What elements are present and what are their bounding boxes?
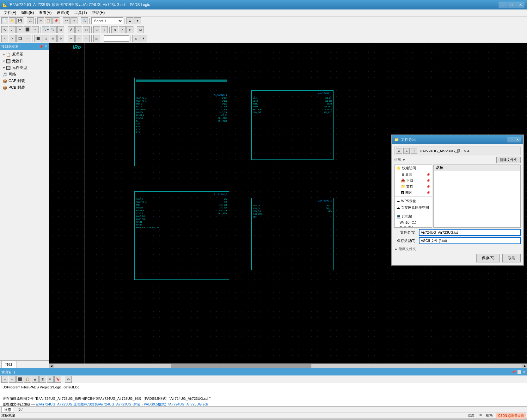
out-bookmark-btn[interactable]: 🔖	[54, 376, 61, 383]
close-button[interactable]: ✕	[516, 2, 524, 8]
sidebar-documents[interactable]: 📁 文档 📌	[395, 183, 432, 189]
zoom-out-button[interactable]: 🔍-	[50, 26, 57, 33]
zoom-in-button[interactable]: 🔍+	[42, 26, 49, 33]
t3-arrow-down[interactable]: ▼	[140, 35, 147, 42]
dialog-back-btn[interactable]: «	[396, 148, 402, 154]
hscroll-thumb[interactable]	[171, 364, 311, 368]
text-input[interactable]	[104, 35, 129, 42]
component-button[interactable]: ⬛	[24, 26, 31, 33]
minimize-button[interactable]: —	[499, 2, 507, 8]
sidebar-downloads[interactable]: 📥 下载 📌	[395, 177, 432, 183]
out-extra-btn[interactable]: ⚙	[65, 376, 72, 383]
cut-button[interactable]: ✂	[37, 17, 44, 24]
zoom-fit-button[interactable]: ⊡	[57, 26, 64, 33]
nav-down-button[interactable]: ▼	[134, 17, 141, 24]
dialog-save-button[interactable]: 保存(S)	[476, 254, 500, 262]
out-clear-btn[interactable]: 🗑	[39, 376, 46, 383]
filetype-input[interactable]	[419, 237, 521, 244]
output-link-4[interactable]: E:\Air724UG_Air723UG 原理图PCB封装\Air724UG_A…	[36, 402, 208, 406]
t3-btn7[interactable]: ⊕	[50, 35, 57, 42]
measure-button[interactable]: M	[137, 26, 144, 33]
sidebar-quick-access[interactable]: ⭐ 快速访问	[395, 165, 432, 171]
t3-btn1[interactable]: ↖	[1, 35, 8, 42]
power-button[interactable]: ⏻	[93, 26, 100, 33]
t3-arrow-up[interactable]: ▲	[132, 35, 139, 42]
bus-button[interactable]: ≡	[16, 26, 23, 33]
t3-btn4[interactable]: ↔	[24, 35, 31, 42]
paste-button[interactable]: 📌	[52, 17, 59, 24]
out-copy-btn[interactable]: 📋	[24, 376, 31, 383]
hidden-files-toggle[interactable]: ▲ 隐藏文件夹	[394, 247, 521, 251]
t3-btn5[interactable]: ⬛	[34, 35, 41, 42]
ground-button[interactable]: ⏚	[101, 26, 108, 33]
redo-button[interactable]: ↪	[70, 17, 77, 24]
hscroll-track[interactable]	[53, 364, 523, 368]
tree-item-pcb[interactable]: 📦 PCB 封装	[1, 84, 47, 91]
out-forward-btn[interactable]: →	[9, 376, 16, 383]
new-folder-button[interactable]: 新建文件夹	[496, 157, 521, 163]
t3-btn11[interactable]: →	[83, 35, 90, 42]
out-print-btn[interactable]: 🖨	[32, 376, 39, 383]
line-button[interactable]: /	[75, 26, 82, 33]
maximize-button[interactable]: □	[507, 2, 516, 8]
out-mark-btn[interactable]: ✏	[47, 376, 54, 383]
t3-btn2[interactable]: ✕	[9, 35, 16, 42]
t3-btn12[interactable]: ab	[93, 35, 100, 42]
find-button[interactable]: 🔍	[81, 17, 88, 24]
dialog-close[interactable]: ✕	[514, 137, 521, 142]
sidebar-pictures[interactable]: 🖼 图片 📌	[395, 189, 432, 195]
t3-btn6[interactable]: ◻	[42, 35, 49, 42]
open-button[interactable]: 📂	[9, 17, 16, 24]
dialog-up-btn[interactable]: ↑	[411, 148, 417, 154]
tree-item-cae[interactable]: 📦 CAE 封装	[1, 78, 47, 84]
hscroll-left-btn[interactable]: ◀	[49, 364, 53, 368]
out-back-btn[interactable]: ←	[1, 376, 8, 383]
tree-item-component-types[interactable]: ▼ 🔲 元件类型	[1, 64, 47, 71]
sidebar-wps[interactable]: ☁ WPS云盘	[395, 198, 432, 204]
organize-label[interactable]: 组织 ▼	[394, 158, 406, 162]
rectangle-button[interactable]: □	[83, 26, 90, 33]
wire-button[interactable]: ⌐	[9, 26, 16, 33]
filename-input[interactable]	[419, 229, 521, 236]
menu-help[interactable]: 帮助(H)	[89, 9, 107, 16]
tree-item-components[interactable]: ▼ 🔲 元器件	[1, 58, 47, 64]
menu-view[interactable]: 查看(V)	[36, 9, 54, 16]
save-button[interactable]: 💾	[16, 17, 23, 24]
sheet-dropdown[interactable]: Sheet 1	[91, 17, 123, 24]
netname-button[interactable]: N	[111, 26, 118, 33]
output-close-button[interactable]: ✕	[523, 370, 526, 374]
hscroll-right-btn[interactable]: ▶	[523, 364, 527, 368]
print-button[interactable]: 🖨	[27, 17, 34, 24]
out-stop-btn[interactable]: ⬛	[16, 376, 23, 383]
sidebar-baidu[interactable]: ☁ 百度网盘同步空间	[395, 204, 432, 211]
new-button[interactable]: 📄	[1, 17, 8, 24]
menu-file[interactable]: 文件(F)	[1, 9, 19, 16]
menu-edit[interactable]: 编辑(E)	[19, 9, 36, 16]
t3-btn8[interactable]: ⊖	[57, 35, 64, 42]
t3-btn9[interactable]: ⇒	[68, 35, 75, 42]
tree-item-schematic[interactable]: ▼ 📋 原理图	[1, 51, 47, 58]
select-button[interactable]: ↖	[1, 26, 8, 33]
t3-btn3[interactable]: 🔲	[16, 35, 23, 42]
dialog-cancel-button[interactable]: 取消	[502, 254, 521, 262]
nav-up-button[interactable]: ▲	[126, 17, 133, 24]
t3-btn10[interactable]: ←	[75, 35, 82, 42]
project-tab[interactable]: 项目	[1, 361, 16, 368]
sidebar-this-pc[interactable]: 💻 此电脑	[395, 213, 432, 220]
junction-button[interactable]: •	[32, 26, 39, 33]
pin-button[interactable]: 📌	[39, 45, 43, 49]
text-button[interactable]: A	[68, 26, 75, 33]
sidebar-drive-d[interactable]: 软件 (D:)	[395, 225, 432, 228]
panel-close-button[interactable]: ✕	[45, 45, 47, 49]
dialog-minimize[interactable]: —	[507, 137, 514, 142]
tree-item-nets[interactable]: 🎵 网络	[1, 71, 47, 78]
copy-button[interactable]: 📋	[45, 17, 52, 24]
canvas-area[interactable]: IRo Air724UG_1	[49, 43, 527, 363]
output-pin-button[interactable]: 📌	[512, 370, 516, 374]
dialog-forward-btn[interactable]: »	[403, 148, 410, 154]
sidebar-desktop[interactable]: 🖥 桌面 📌	[395, 171, 432, 177]
probe-button[interactable]: P	[126, 26, 133, 33]
sidebar-drive-c[interactable]: Win10 (C:)	[395, 220, 432, 225]
cross-button[interactable]: ✕	[119, 26, 126, 33]
undo-button[interactable]: ↩	[63, 17, 70, 24]
